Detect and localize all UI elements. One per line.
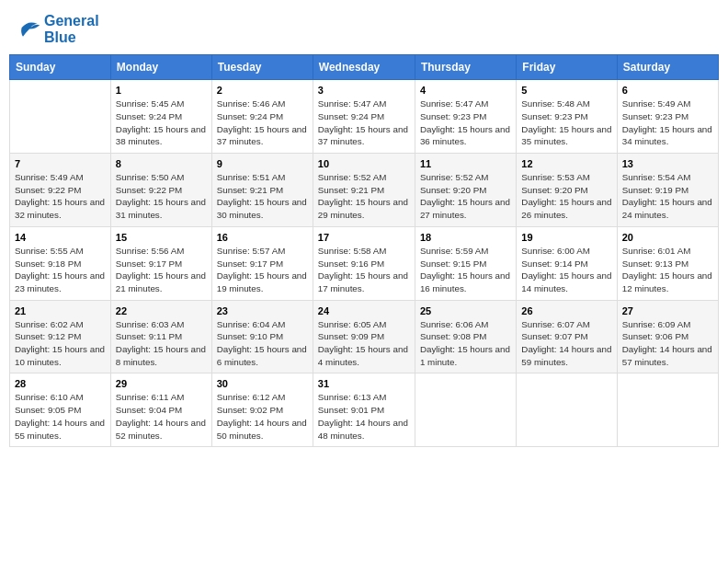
calendar-cell: 31Sunrise: 6:13 AMSunset: 9:01 PMDayligh… [313,373,415,447]
day-number: 24 [318,305,410,316]
calendar-cell: 25Sunrise: 6:06 AMSunset: 9:08 PMDayligh… [415,300,516,373]
day-info: Sunrise: 5:55 AMSunset: 9:18 PMDaylight:… [15,245,106,295]
calendar-cell: 18Sunrise: 5:59 AMSunset: 9:15 PMDayligh… [415,226,516,300]
day-number: 27 [622,305,713,316]
day-number: 16 [217,232,308,243]
day-info: Sunrise: 6:05 AMSunset: 9:09 PMDaylight:… [318,318,410,369]
day-number: 18 [420,232,511,243]
day-info: Sunrise: 5:52 AMSunset: 9:21 PMDaylight:… [318,171,410,222]
calendar-cell: 14Sunrise: 5:55 AMSunset: 9:18 PMDayligh… [10,226,111,300]
day-number: 23 [217,305,308,316]
calendar-cell: 15Sunrise: 5:56 AMSunset: 9:17 PMDayligh… [110,226,211,300]
calendar-cell: 1Sunrise: 5:45 AMSunset: 9:24 PMDaylight… [110,80,211,154]
calendar-cell: 26Sunrise: 6:07 AMSunset: 9:07 PMDayligh… [517,300,617,373]
day-info: Sunrise: 5:59 AMSunset: 9:15 PMDaylight:… [420,245,511,295]
day-number: 20 [622,232,713,243]
day-info: Sunrise: 6:04 AMSunset: 9:10 PMDaylight:… [217,318,308,369]
logo-icon [17,15,42,40]
weekday-header-thursday: Thursday [415,55,516,80]
calendar-cell: 5Sunrise: 5:48 AMSunset: 9:23 PMDaylight… [517,80,617,154]
day-number: 1 [116,85,207,96]
calendar-cell: 6Sunrise: 5:49 AMSunset: 9:23 PMDaylight… [617,80,718,154]
calendar-week-2: 7Sunrise: 5:49 AMSunset: 9:22 PMDaylight… [10,154,719,227]
day-number: 10 [318,158,410,169]
day-info: Sunrise: 6:10 AMSunset: 9:05 PMDaylight:… [15,391,106,442]
logo: General Blue [17,13,99,45]
day-info: Sunrise: 6:12 AMSunset: 9:02 PMDaylight:… [217,391,308,442]
day-number: 30 [217,378,308,389]
day-info: Sunrise: 5:54 AMSunset: 9:19 PMDaylight:… [622,171,713,222]
calendar-week-4: 21Sunrise: 6:02 AMSunset: 9:12 PMDayligh… [10,300,719,373]
day-number: 2 [217,85,308,96]
calendar-cell: 12Sunrise: 5:53 AMSunset: 9:20 PMDayligh… [517,154,617,227]
day-info: Sunrise: 6:02 AMSunset: 9:12 PMDaylight:… [15,318,106,369]
calendar-week-5: 28Sunrise: 6:10 AMSunset: 9:05 PMDayligh… [10,373,719,447]
day-number: 7 [15,158,106,169]
calendar-week-3: 14Sunrise: 5:55 AMSunset: 9:18 PMDayligh… [10,226,719,300]
calendar-cell: 4Sunrise: 5:47 AMSunset: 9:23 PMDaylight… [415,80,516,154]
calendar-cell: 2Sunrise: 5:46 AMSunset: 9:24 PMDaylight… [211,80,313,154]
day-info: Sunrise: 5:57 AMSunset: 9:17 PMDaylight:… [217,245,308,295]
calendar-cell: 22Sunrise: 6:03 AMSunset: 9:11 PMDayligh… [110,300,211,373]
day-number: 13 [622,158,713,169]
calendar-cell: 29Sunrise: 6:11 AMSunset: 9:04 PMDayligh… [110,373,211,447]
day-number: 8 [116,158,207,169]
weekday-header-monday: Monday [110,55,211,80]
weekday-header-friday: Friday [517,55,617,80]
day-info: Sunrise: 6:03 AMSunset: 9:11 PMDaylight:… [116,318,207,369]
day-number: 19 [521,232,611,243]
calendar-cell: 17Sunrise: 5:58 AMSunset: 9:16 PMDayligh… [313,226,415,300]
day-info: Sunrise: 6:11 AMSunset: 9:04 PMDaylight:… [116,391,207,442]
day-number: 26 [521,305,611,316]
day-number: 17 [318,232,410,243]
day-number: 28 [15,378,106,389]
day-info: Sunrise: 5:47 AMSunset: 9:23 PMDaylight:… [420,98,511,148]
calendar-cell: 19Sunrise: 6:00 AMSunset: 9:14 PMDayligh… [517,226,617,300]
day-number: 9 [217,158,308,169]
calendar-cell: 9Sunrise: 5:51 AMSunset: 9:21 PMDaylight… [211,154,313,227]
calendar-cell: 10Sunrise: 5:52 AMSunset: 9:21 PMDayligh… [313,154,415,227]
calendar-cell: 11Sunrise: 5:52 AMSunset: 9:20 PMDayligh… [415,154,516,227]
day-number: 6 [622,85,713,96]
day-number: 15 [116,232,207,243]
weekday-header-wednesday: Wednesday [313,55,415,80]
day-info: Sunrise: 5:45 AMSunset: 9:24 PMDaylight:… [116,98,207,148]
calendar-cell [617,373,718,447]
calendar-table: SundayMondayTuesdayWednesdayThursdayFrid… [9,54,719,447]
calendar-cell: 3Sunrise: 5:47 AMSunset: 9:24 PMDaylight… [313,80,415,154]
calendar-cell: 20Sunrise: 6:01 AMSunset: 9:13 PMDayligh… [617,226,718,300]
day-info: Sunrise: 5:53 AMSunset: 9:20 PMDaylight:… [521,171,611,222]
day-number: 3 [318,85,410,96]
calendar-cell [10,80,111,154]
day-info: Sunrise: 6:01 AMSunset: 9:13 PMDaylight:… [622,245,713,295]
day-info: Sunrise: 6:07 AMSunset: 9:07 PMDaylight:… [521,318,611,369]
calendar-cell: 28Sunrise: 6:10 AMSunset: 9:05 PMDayligh… [10,373,111,447]
calendar-cell: 23Sunrise: 6:04 AMSunset: 9:10 PMDayligh… [211,300,313,373]
day-info: Sunrise: 5:50 AMSunset: 9:22 PMDaylight:… [116,171,207,222]
day-info: Sunrise: 5:48 AMSunset: 9:23 PMDaylight:… [521,98,611,148]
calendar-cell: 27Sunrise: 6:09 AMSunset: 9:06 PMDayligh… [617,300,718,373]
weekday-header-tuesday: Tuesday [211,55,313,80]
calendar-cell: 16Sunrise: 5:57 AMSunset: 9:17 PMDayligh… [211,226,313,300]
calendar-cell: 21Sunrise: 6:02 AMSunset: 9:12 PMDayligh… [10,300,111,373]
day-number: 4 [420,85,511,96]
day-info: Sunrise: 5:51 AMSunset: 9:21 PMDaylight:… [217,171,308,222]
day-number: 29 [116,378,207,389]
calendar-cell: 24Sunrise: 6:05 AMSunset: 9:09 PMDayligh… [313,300,415,373]
day-number: 14 [15,232,106,243]
day-number: 11 [420,158,511,169]
day-info: Sunrise: 6:06 AMSunset: 9:08 PMDaylight:… [420,318,511,369]
day-info: Sunrise: 6:00 AMSunset: 9:14 PMDaylight:… [521,245,611,295]
day-info: Sunrise: 5:56 AMSunset: 9:17 PMDaylight:… [116,245,207,295]
day-number: 5 [521,85,611,96]
calendar-cell: 8Sunrise: 5:50 AMSunset: 9:22 PMDaylight… [110,154,211,227]
day-number: 22 [116,305,207,316]
calendar-cell: 30Sunrise: 6:12 AMSunset: 9:02 PMDayligh… [211,373,313,447]
weekday-header-saturday: Saturday [617,55,718,80]
day-info: Sunrise: 6:13 AMSunset: 9:01 PMDaylight:… [318,391,410,442]
calendar-week-1: 1Sunrise: 5:45 AMSunset: 9:24 PMDaylight… [10,80,719,154]
day-info: Sunrise: 5:46 AMSunset: 9:24 PMDaylight:… [217,98,308,148]
day-info: Sunrise: 5:52 AMSunset: 9:20 PMDaylight:… [420,171,511,222]
day-info: Sunrise: 5:47 AMSunset: 9:24 PMDaylight:… [318,98,410,148]
day-info: Sunrise: 5:49 AMSunset: 9:22 PMDaylight:… [15,171,106,222]
